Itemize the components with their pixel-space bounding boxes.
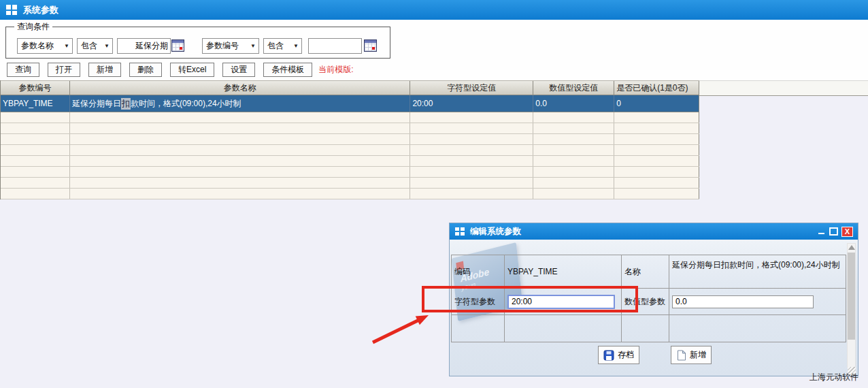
top-panel: 查询条件 参数名称 ▼ 包含 ▼ 参数编号 ▼ 包含 ▼ 查询	[0, 20, 868, 80]
table-row-empty[interactable]	[1, 189, 699, 199]
dialog-body: Adobe youn 编码 YBPAY_TIME 名称 延保分期每日扣款时间，格…	[450, 240, 858, 376]
header-confirmed[interactable]: 是否已确认(1是0否)	[614, 81, 699, 95]
minimize-icon[interactable]	[818, 227, 826, 236]
settings-button[interactable]: 设置	[222, 63, 255, 77]
table-row-selected[interactable]: YBPAY_TIME 延保分期每日扣款时间，格式(09:00),24小时制 20…	[1, 95, 699, 112]
dialog-scrollbar[interactable]	[847, 243, 856, 368]
num-param-input[interactable]	[672, 295, 814, 308]
table-row-empty[interactable]	[1, 112, 699, 123]
table-row-empty[interactable]	[1, 123, 699, 134]
save-button[interactable]: 存档	[598, 346, 639, 364]
char-param-label: 字符型参数	[452, 289, 505, 314]
field2-operator-select[interactable]: 包含 ▼	[263, 38, 302, 54]
new-document-icon	[676, 350, 686, 361]
header-char-value[interactable]: 字符型设定值	[410, 81, 533, 95]
chevron-down-icon: ▼	[250, 43, 256, 49]
dialog-titlebar[interactable]: 编辑系统参数 X	[450, 223, 858, 240]
current-template-label: 当前模版:	[318, 64, 353, 76]
parameters-table: 参数编号 参数名称 字符型设定值 数值型设定值 是否已确认(1是0否) YBPA…	[0, 80, 699, 199]
new-button[interactable]: 新增	[671, 346, 712, 364]
query-conditions-legend: 查询条件	[14, 21, 52, 33]
toolbar: 查询 打开 新增 删除 转Excel 设置 条件模板 当前模版:	[0, 63, 354, 77]
add-button[interactable]: 新增	[88, 63, 121, 77]
table-header-row: 参数编号 参数名称 字符型设定值 数值型设定值 是否已确认(1是0否)	[1, 80, 699, 95]
chevron-down-icon: ▼	[64, 43, 69, 49]
table-header-filler	[699, 80, 868, 96]
field1-name-select[interactable]: 参数名称 ▼	[17, 38, 73, 54]
dialog-title: 编辑系统参数	[470, 226, 521, 238]
code-label: 编码	[452, 255, 505, 288]
field2-name-select[interactable]: 参数编号 ▼	[202, 38, 259, 54]
table-row-empty[interactable]	[1, 178, 699, 189]
window-titlebar: 系统参数	[0, 0, 868, 20]
chevron-down-icon: ▼	[104, 43, 110, 49]
header-num-value[interactable]: 数值型设定值	[533, 81, 614, 95]
cell-char-value: 20:00	[410, 95, 533, 112]
cell-param-id: YBPAY_TIME	[1, 95, 70, 112]
open-button[interactable]: 打开	[48, 63, 80, 77]
search-highlight: 扣	[121, 98, 131, 110]
num-param-label: 数值型参数	[622, 289, 669, 314]
delete-button[interactable]: 删除	[129, 63, 162, 77]
edit-system-parameter-dialog: 编辑系统参数 X Adobe youn 编码 YBPAY_TIME 名称 延保分…	[449, 223, 858, 376]
field1-value-input[interactable]	[117, 38, 171, 54]
code-value: YBPAY_TIME	[505, 255, 622, 288]
to-excel-button[interactable]: 转Excel	[170, 63, 214, 77]
header-param-name[interactable]: 参数名称	[70, 81, 411, 95]
header-param-id[interactable]: 参数编号	[1, 81, 70, 95]
window-title: 系统参数	[23, 4, 59, 16]
query-conditions-panel: 查询条件 参数名称 ▼ 包含 ▼ 参数编号 ▼ 包含 ▼	[5, 21, 390, 59]
name-label: 名称	[622, 255, 669, 288]
query-button[interactable]: 查询	[7, 63, 39, 77]
floppy-disk-icon	[603, 350, 614, 361]
chevron-down-icon: ▼	[293, 43, 299, 49]
field2-value-input[interactable]	[308, 38, 362, 54]
windows-logo-icon	[455, 227, 465, 236]
cell-param-name: 延保分期每日扣款时间，格式(09:00),24小时制	[70, 95, 411, 112]
close-icon[interactable]: X	[841, 227, 853, 237]
scroll-up-icon[interactable]	[848, 245, 855, 250]
windows-logo-icon	[6, 5, 17, 15]
dialog-form-table: 编码 YBPAY_TIME 名称 延保分期每日扣款时间，格式(09:00),24…	[451, 255, 846, 342]
table-row-empty[interactable]	[1, 167, 699, 178]
name-value: 延保分期每日扣款时间，格式(09:00),24小时制	[669, 255, 846, 288]
condition-template-button[interactable]: 条件模板	[263, 63, 312, 77]
vendor-label: 上海元动软件	[809, 372, 858, 383]
field1-operator-select[interactable]: 包含 ▼	[77, 38, 113, 54]
cell-num-value: 0.0	[533, 95, 614, 112]
char-param-input[interactable]	[507, 295, 615, 309]
arrow-annotation	[367, 310, 435, 347]
table-row-empty[interactable]	[1, 156, 699, 167]
scrollbar-thumb[interactable]	[848, 253, 855, 340]
calendar-icon[interactable]	[171, 39, 184, 52]
calendar-icon[interactable]	[364, 39, 377, 52]
maximize-icon[interactable]	[829, 227, 838, 236]
table-row-empty[interactable]	[1, 145, 699, 156]
table-row-empty[interactable]	[1, 134, 699, 145]
cell-confirmed: 0	[614, 95, 699, 112]
grid-empty-rows	[1, 112, 699, 199]
